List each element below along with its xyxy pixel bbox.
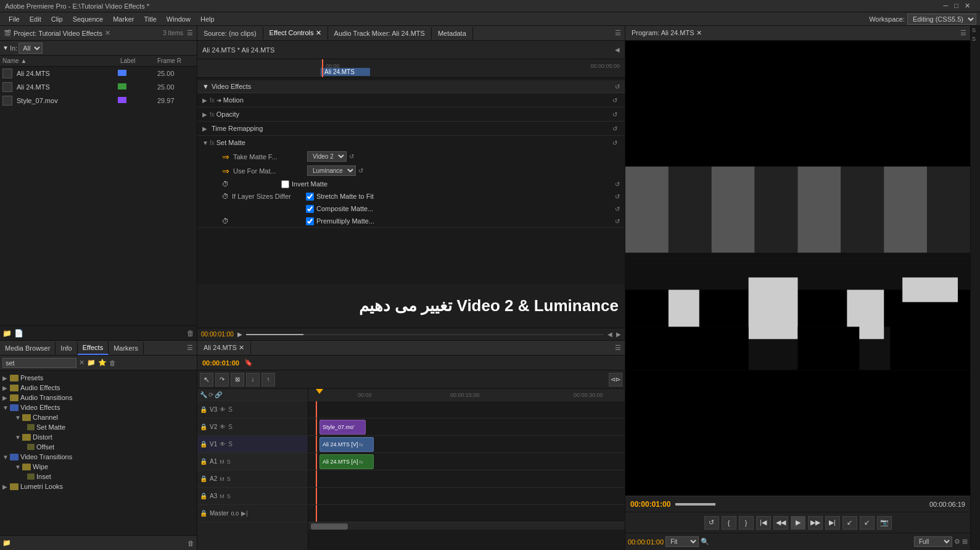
tab-markers[interactable]: Markers <box>109 342 144 354</box>
rs-btn2[interactable]: S <box>971 35 980 43</box>
use-matte-reset-btn[interactable]: ↺ <box>358 167 363 174</box>
tl-mute-a2[interactable]: M <box>220 476 224 482</box>
tl-eye-v2[interactable]: 👁 <box>220 423 226 430</box>
tree-item-inset[interactable]: Inset <box>25 472 197 481</box>
tab-metadata[interactable]: Metadata <box>432 27 473 40</box>
tl-lock-a1[interactable]: 🔒 <box>200 458 207 465</box>
prog-play-btn[interactable]: ▶ <box>791 516 805 530</box>
effects-delete-btn[interactable]: 🗑 <box>109 359 116 367</box>
tl-lock-master[interactable]: 🔒 <box>200 510 207 517</box>
effects-new-custom-btn[interactable]: ⭐ <box>98 359 107 367</box>
tl-in-out-btn[interactable]: ⊲⊳ <box>609 373 622 386</box>
premultiply-matte-checkbox[interactable] <box>306 217 314 225</box>
tab-info[interactable]: Info <box>56 342 77 354</box>
tl-scroll-thumb[interactable] <box>311 523 348 530</box>
new-item-btn[interactable]: 📄 <box>14 329 23 338</box>
menu-marker[interactable]: Marker <box>108 14 139 24</box>
tl-solo-a2[interactable]: S <box>227 476 231 482</box>
tree-item-offset[interactable]: Offset <box>25 442 197 452</box>
composite-reset-btn[interactable]: ↺ <box>615 206 620 212</box>
time-remapping-reset-btn[interactable]: ↺ <box>610 125 620 132</box>
tl-master-btn[interactable]: ▶| <box>241 510 248 517</box>
opacity-toggle[interactable]: ▶ <box>202 111 210 118</box>
invert-reset-btn[interactable]: ↺ <box>615 181 620 188</box>
prog-grid-btn[interactable]: ⊞ <box>962 538 968 546</box>
stretch-reset-btn[interactable]: ↺ <box>615 193 620 200</box>
menu-clip[interactable]: Clip <box>46 14 68 24</box>
tl-extract-btn[interactable]: ⊠ <box>231 373 244 386</box>
opacity-reset-btn[interactable]: ↺ <box>610 111 620 118</box>
tree-group-lumetri-header[interactable]: ▶ Lumetri Looks <box>0 481 197 491</box>
tree-item-set-matte[interactable]: Set Matte <box>25 422 197 432</box>
menu-file[interactable]: File <box>4 14 25 24</box>
in-select[interactable]: All <box>19 43 43 54</box>
workspace-select[interactable]: Editing (CSS5.5) <box>907 14 976 25</box>
stretch-matte-checkbox[interactable] <box>306 193 314 201</box>
panel-menu-btn[interactable]: ☰ <box>183 344 197 352</box>
menu-edit[interactable]: Edit <box>25 14 46 24</box>
tl-clip-ali24-a[interactable]: Ali 24.MTS [A] fx <box>319 454 374 469</box>
project-item[interactable]: Ali 24.MTS 25.00 <box>0 67 197 80</box>
close-btn[interactable]: ✕ <box>965 2 970 10</box>
menu-title[interactable]: Title <box>139 14 161 24</box>
prog-camera-btn[interactable]: 📷 <box>877 516 892 530</box>
menu-sequence[interactable]: Sequence <box>68 14 109 24</box>
menu-help[interactable]: Help <box>196 14 220 24</box>
minimize-btn[interactable]: ─ <box>944 2 949 10</box>
tree-group-presets-header[interactable]: ▶ Presets <box>0 373 197 383</box>
composite-matte-checkbox[interactable] <box>306 205 314 213</box>
tl-solo-v2[interactable]: S <box>228 423 233 430</box>
project-item[interactable]: Ali 24.MTS 25.00 <box>0 80 197 94</box>
tl-lock-v3[interactable]: 🔒 <box>200 406 207 413</box>
time-remapping-toggle[interactable]: ▶ <box>202 125 210 132</box>
tab-source[interactable]: Source: (no clips) <box>197 27 263 40</box>
prog-first-btn[interactable]: |◀ <box>756 516 771 530</box>
tab-program[interactable]: Program: Ali 24.MTS ✕ <box>625 27 708 40</box>
set-matte-toggle[interactable]: ▼ <box>202 140 210 146</box>
tab-audio-track-mixer[interactable]: Audio Track Mixer: Ali 24.MTS <box>328 27 432 40</box>
ec-go-prev-btn[interactable]: ◀ <box>615 46 620 53</box>
set-matte-reset-btn[interactable]: ↺ <box>610 140 620 146</box>
ec-clip-label[interactable]: Ali 24.MTS <box>321 68 370 76</box>
tree-group-video-transitions-header[interactable]: ▼ Video Transitions <box>0 452 197 462</box>
tl-solo-a1[interactable]: S <box>227 459 231 465</box>
ve-reset-btn[interactable]: ↺ <box>615 83 620 90</box>
take-matte-select[interactable]: Video 2 <box>307 151 347 162</box>
effects-search-input[interactable] <box>2 358 76 368</box>
tl-add-marker-btn[interactable]: 🔖 <box>244 359 253 367</box>
tl-solo-v1[interactable]: S <box>228 441 233 448</box>
tree-group-channel-header[interactable]: ▼ Channel <box>12 412 197 422</box>
tl-solo-v3[interactable]: S <box>228 406 233 413</box>
invert-anim-icon[interactable]: ⏱ <box>222 180 232 188</box>
tl-eye-v1[interactable]: 👁 <box>220 441 226 448</box>
prog-out-btn[interactable]: } <box>739 516 754 530</box>
tl-tab-ali[interactable]: Ali 24.MTS ✕ <box>197 341 251 354</box>
delete-btn[interactable]: 🗑 <box>187 329 194 338</box>
tl-scrollbar[interactable] <box>308 522 625 530</box>
prog-settings-btn[interactable]: ⚙ <box>954 538 960 546</box>
premultiply-anim-icon[interactable]: ⏱ <box>222 217 232 225</box>
zoom-icon[interactable]: 🔍 <box>701 538 709 546</box>
tl-mute-a3[interactable]: M <box>220 493 224 499</box>
take-matte-reset-btn[interactable]: ↺ <box>349 153 354 160</box>
stretch-anim-icon[interactable]: ⏱ <box>222 193 232 200</box>
prog-last-btn[interactable]: ▶| <box>825 516 840 530</box>
prog-prev-frame-btn[interactable]: ◀◀ <box>773 516 788 530</box>
tree-group-audio-effects-header[interactable]: ▶ Audio Effects <box>0 383 197 393</box>
ec-panel-menu[interactable]: ☰ <box>611 29 625 37</box>
tl-ripple-btn[interactable]: ⟳ <box>208 391 213 398</box>
ve-collapse-icon[interactable]: ▼ <box>202 83 209 90</box>
tree-group-audio-transitions-header[interactable]: ▶ Audio Transitions <box>0 393 197 402</box>
use-for-matte-select[interactable]: Luminance <box>307 165 356 176</box>
tree-group-distort-header[interactable]: ▼ Distort <box>12 432 197 442</box>
prog-loop-btn[interactable]: ↺ <box>704 516 719 530</box>
new-custom-bin-btn[interactable]: 📁 <box>2 539 11 547</box>
prog-timeline-bar[interactable] <box>675 503 924 506</box>
tab-media-browser[interactable]: Media Browser <box>0 342 56 354</box>
effects-new-folder-btn[interactable]: 📁 <box>87 359 96 367</box>
tl-lock-a3[interactable]: 🔒 <box>200 493 207 499</box>
tl-lock-v1[interactable]: 🔒 <box>200 441 207 448</box>
tl-sync-btn[interactable]: 🔗 <box>215 391 222 398</box>
new-bin-btn[interactable]: 📁 <box>2 329 12 338</box>
tab-effect-controls[interactable]: Effect Controls ✕ <box>263 27 328 40</box>
